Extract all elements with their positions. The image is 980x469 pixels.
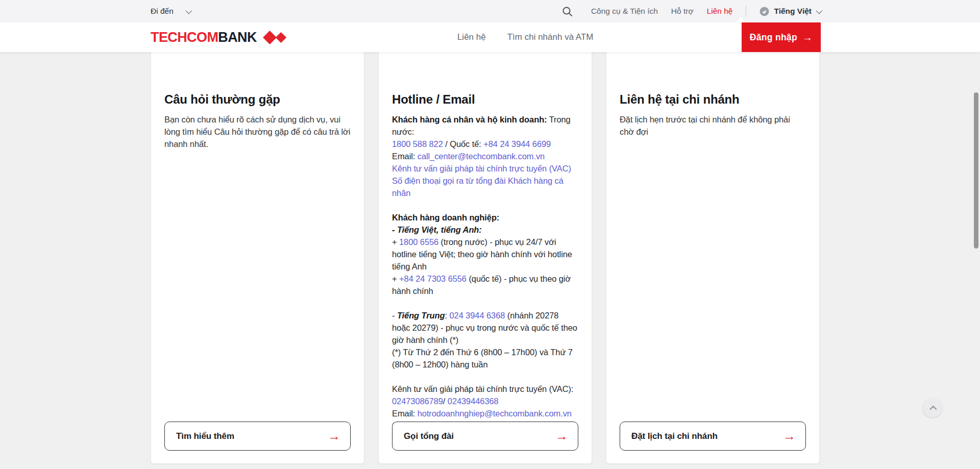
- arrow-right-icon: →: [783, 430, 796, 442]
- language-selector[interactable]: Tiếng Việt: [760, 7, 821, 16]
- topbar-link-contact[interactable]: Liên hệ: [707, 7, 733, 16]
- card-title: Hotline / Email: [392, 92, 578, 107]
- hotline-text: -: [392, 311, 397, 320]
- divider: [746, 6, 746, 17]
- paragraph-gap: [392, 199, 578, 211]
- hotline-details: Khách hàng cá nhân và hộ kinh doanh: Tro…: [392, 113, 578, 444]
- scroll-to-top-button[interactable]: [923, 398, 942, 417]
- main-header: TECHCOMBANK Liên hệ Tìm chi nhánh và ATM…: [0, 22, 980, 52]
- goto-menu[interactable]: Đi đến: [151, 7, 190, 16]
- hotline-link[interactable]: 1800 6556: [399, 237, 438, 246]
- chevron-down-icon: [185, 7, 192, 14]
- login-label: Đăng nhập: [750, 32, 797, 43]
- arrow-right-icon: →: [802, 32, 813, 43]
- hotline-link[interactable]: +84 24 3944 6699: [483, 139, 551, 149]
- hotline-link[interactable]: +84 24 7303 6556: [399, 274, 467, 283]
- call-center-button[interactable]: Gọi tổng đài →: [392, 422, 578, 451]
- techcombank-logo[interactable]: TECHCOMBANK: [151, 31, 285, 44]
- button-label: Tìm hiểu thêm: [176, 431, 234, 441]
- hotline-text: Kênh tư vấn giải pháp tài chính trực tuy…: [392, 384, 573, 393]
- card-title: Liên hệ tại chi nhánh: [620, 92, 806, 107]
- language-label: Tiếng Việt: [774, 7, 812, 16]
- hotline-text: Khách hàng doanh nghiệp:: [392, 213, 499, 222]
- topbar-right: Công cụ & Tiện ích Hỗ trợ Liên hệ Tiếng …: [562, 6, 821, 17]
- arrow-right-icon: →: [555, 430, 568, 442]
- paragraph-gap: [392, 371, 578, 383]
- hotline-link[interactable]: 024 3944 6368: [449, 311, 505, 320]
- hotline-link[interactable]: Số điện thoại gọi ra từ tổng đài Khách h…: [392, 176, 564, 198]
- hotline-text: /: [443, 397, 448, 406]
- hotline-text: (*) Từ Thứ 2 đến Thứ 6 (8h00 – 17h00) và…: [392, 348, 573, 369]
- hotline-text: - Tiếng Việt, tiếng Anh:: [392, 225, 482, 234]
- chevron-down-icon: [816, 7, 823, 14]
- login-button[interactable]: Đăng nhập →: [742, 22, 821, 52]
- content-area: Câu hỏi thường gặp Bạn còn chưa hiểu rõ …: [0, 52, 980, 469]
- hotline-link[interactable]: 02439446368: [448, 397, 499, 406]
- nav-link-find-branch-atm[interactable]: Tìm chi nhánh và ATM: [507, 32, 594, 42]
- hotline-text: +: [392, 274, 399, 283]
- scrollbar[interactable]: [974, 92, 978, 249]
- card-title: Câu hỏi thường gặp: [164, 92, 351, 107]
- card-branch-contact: Liên hệ tại chi nhánh Đặt lịch hẹn trước…: [606, 52, 820, 464]
- goto-label: Đi đến: [151, 7, 174, 16]
- book-branch-appointment-button[interactable]: Đặt lịch tại chi nhánh →: [620, 422, 806, 451]
- hotline-link[interactable]: 1800 588 822: [392, 139, 443, 149]
- logo-diamonds-icon: [265, 33, 285, 42]
- header-nav: Liên hệ Tìm chi nhánh và ATM: [457, 32, 594, 42]
- button-label: Gọi tổng đài: [404, 431, 454, 441]
- card-faq: Câu hỏi thường gặp Bạn còn chưa hiểu rõ …: [151, 52, 364, 464]
- hotline-link[interactable]: hotrodoanhnghiep@techcombank.com.vn: [418, 409, 572, 418]
- card-description: Bạn còn chưa hiểu rõ cách sử dụng dịch v…: [164, 113, 351, 150]
- card-description: Đặt lịch hẹn trước tại chi nhánh để khôn…: [620, 113, 806, 138]
- hotline-link[interactable]: Kênh tư vấn giải pháp tài chính trực tuy…: [392, 164, 571, 173]
- hotline-link[interactable]: 02473086789: [392, 397, 443, 406]
- topbar: Đi đến Công cụ & Tiện ích Hỗ trợ Liên hệ…: [0, 0, 980, 22]
- hotline-text: +: [392, 237, 399, 246]
- hotline-text: Email:: [392, 152, 418, 161]
- chevron-up-icon: [929, 406, 937, 413]
- hotline-text: Tiếng Trung: [397, 311, 445, 320]
- paragraph-gap: [392, 297, 578, 309]
- search-icon[interactable]: [562, 6, 573, 17]
- hotline-link[interactable]: call_center@techcombank.com.vn: [418, 152, 545, 161]
- globe-icon: [760, 7, 769, 16]
- topbar-link-support[interactable]: Hỗ trợ: [671, 7, 694, 16]
- button-label: Đặt lịch tại chi nhánh: [631, 431, 718, 441]
- hotline-text: Email:: [392, 409, 418, 418]
- hotline-text: / Quốc tế:: [443, 139, 484, 149]
- learn-more-button[interactable]: Tìm hiểu thêm →: [164, 422, 351, 451]
- card-hotline-email: Hotline / Email Khách hàng cá nhân và hộ…: [378, 52, 592, 464]
- nav-link-contact[interactable]: Liên hệ: [457, 32, 486, 42]
- arrow-right-icon: →: [328, 430, 340, 442]
- logo-text: TECHCOMBANK: [151, 31, 257, 44]
- hotline-text: Khách hàng cá nhân và hộ kinh doanh:: [392, 115, 547, 124]
- active-tab-caret: [736, 17, 746, 22]
- topbar-link-tools[interactable]: Công cụ & Tiện ích: [591, 7, 658, 16]
